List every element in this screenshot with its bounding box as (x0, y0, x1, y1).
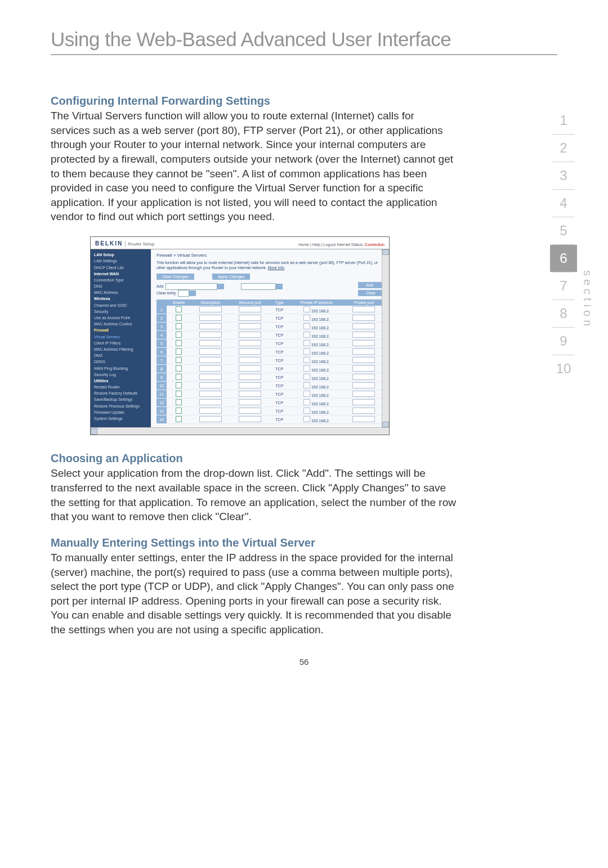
enable-checkbox[interactable] (176, 332, 182, 338)
ss-side-item[interactable]: Security Log (94, 372, 147, 378)
nav-section-9[interactable]: 9 (550, 328, 577, 355)
type-select[interactable] (303, 399, 310, 405)
private-port-input[interactable] (352, 416, 375, 422)
private-port-input[interactable] (352, 357, 375, 363)
nav-section-10[interactable]: 10 (550, 355, 577, 382)
private-port-input[interactable] (352, 315, 375, 321)
enable-checkbox[interactable] (176, 382, 182, 388)
ss-side-item[interactable]: MAC Address Filtering (94, 346, 147, 352)
enable-checkbox[interactable] (176, 391, 182, 397)
desc-input[interactable] (199, 332, 222, 338)
type-select[interactable] (303, 323, 310, 329)
ss-side-item[interactable]: Connection Type (94, 277, 147, 283)
type-select[interactable] (303, 348, 310, 355)
ss-sidebar[interactable]: LAN SetupLAN SettingsDHCP Client ListInt… (91, 249, 151, 427)
inbound-port-input[interactable] (239, 348, 261, 355)
enable-checkbox[interactable] (176, 357, 182, 363)
ss-clear-entry-field[interactable] (178, 290, 189, 297)
desc-input[interactable] (199, 399, 222, 405)
type-select[interactable] (303, 391, 310, 397)
ss-top-links[interactable]: Home | Help | Logout Internet Status: Co… (298, 243, 385, 247)
nav-section-3[interactable]: 3 (550, 162, 577, 189)
scrollbar-vertical[interactable] (382, 249, 389, 427)
private-port-input[interactable] (352, 348, 375, 355)
chevron-down-icon[interactable] (189, 290, 196, 296)
inbound-port-input[interactable] (239, 365, 261, 372)
ss-side-item[interactable]: LAN Settings (94, 258, 147, 264)
enable-checkbox[interactable] (176, 416, 182, 422)
enable-checkbox[interactable] (176, 306, 182, 312)
ss-add-select2[interactable] (241, 283, 276, 290)
type-select[interactable] (303, 416, 310, 422)
enable-checkbox[interactable] (176, 340, 182, 346)
chevron-down-icon[interactable] (276, 284, 283, 289)
ss-side-item[interactable]: Client IP Filters (94, 340, 147, 346)
nav-section-4[interactable]: 4 (550, 190, 577, 217)
ss-side-item[interactable]: Virtual Servers (94, 334, 147, 340)
type-select[interactable] (303, 340, 310, 346)
private-port-input[interactable] (352, 382, 375, 388)
inbound-port-input[interactable] (239, 408, 261, 414)
inbound-port-input[interactable] (239, 357, 261, 363)
ss-side-item[interactable]: Utilities (94, 378, 147, 384)
enable-checkbox[interactable] (176, 408, 182, 414)
ss-side-item[interactable]: DHCP Client List (94, 265, 147, 271)
enable-checkbox[interactable] (176, 399, 182, 405)
nav-section-7[interactable]: 7 (550, 272, 577, 299)
ss-apply-changes[interactable]: Apply Changes (212, 274, 250, 280)
desc-input[interactable] (199, 306, 222, 312)
desc-input[interactable] (199, 408, 222, 414)
chevron-down-icon[interactable] (217, 284, 224, 289)
scrollbar-horizontal[interactable] (91, 427, 389, 435)
desc-input[interactable] (199, 365, 222, 372)
type-select[interactable] (303, 357, 310, 363)
private-port-input[interactable] (352, 340, 375, 346)
scroll-down-icon[interactable] (382, 422, 389, 427)
type-select[interactable] (303, 315, 310, 321)
ss-add-btn[interactable]: Add (358, 282, 383, 288)
ss-add-select[interactable] (166, 283, 217, 290)
enable-checkbox[interactable] (176, 323, 182, 329)
desc-input[interactable] (199, 357, 222, 363)
inbound-port-input[interactable] (239, 340, 261, 346)
desc-input[interactable] (199, 340, 222, 346)
enable-checkbox[interactable] (176, 365, 182, 372)
inbound-port-input[interactable] (239, 332, 261, 338)
desc-input[interactable] (199, 315, 222, 321)
nav-section-2[interactable]: 2 (550, 135, 577, 162)
private-port-input[interactable] (352, 306, 375, 312)
inbound-port-input[interactable] (239, 391, 261, 397)
ss-side-item[interactable]: Firmware Update (94, 409, 147, 415)
enable-checkbox[interactable] (176, 374, 182, 380)
desc-input[interactable] (199, 391, 222, 397)
desc-input[interactable] (199, 348, 222, 355)
private-port-input[interactable] (352, 399, 375, 405)
ss-clear-changes[interactable]: Clear Changes (157, 274, 194, 280)
ss-side-item[interactable]: Use as Access Point (94, 315, 147, 321)
type-select[interactable] (303, 332, 310, 338)
private-port-input[interactable] (352, 374, 375, 380)
desc-input[interactable] (199, 323, 222, 329)
ss-side-item[interactable]: Restart Router (94, 384, 147, 390)
ss-side-item[interactable]: DNS (94, 283, 147, 289)
nav-section-5[interactable]: 5 (550, 217, 577, 244)
nav-section-8[interactable]: 8 (550, 300, 577, 327)
type-select[interactable] (303, 382, 310, 388)
type-select[interactable] (303, 365, 310, 372)
desc-input[interactable] (199, 416, 222, 422)
private-port-input[interactable] (352, 408, 375, 414)
inbound-port-input[interactable] (239, 306, 261, 312)
private-port-input[interactable] (352, 365, 375, 372)
ss-side-item[interactable]: Wireless (94, 296, 147, 302)
enable-checkbox[interactable] (176, 315, 182, 321)
ss-side-item[interactable]: WAN Ping Blocking (94, 365, 147, 372)
enable-checkbox[interactable] (176, 348, 182, 355)
ss-side-item[interactable]: Firewall (94, 327, 147, 333)
ss-side-item[interactable]: Security (94, 308, 147, 315)
nav-section-1[interactable]: 1 (550, 107, 577, 134)
ss-side-item[interactable]: DMZ (94, 352, 147, 359)
inbound-port-input[interactable] (239, 315, 261, 321)
ss-side-item[interactable]: Save/Backup Settings (94, 396, 147, 402)
inbound-port-input[interactable] (239, 416, 261, 422)
type-select[interactable] (303, 408, 310, 414)
